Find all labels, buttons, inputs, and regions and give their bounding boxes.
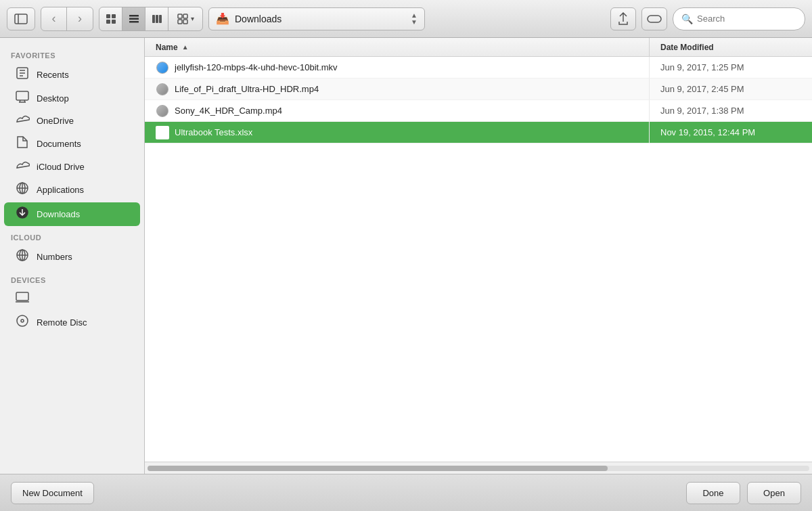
svg-rect-7 bbox=[129, 18, 139, 20]
file-date: Jun 9, 2017, 1:38 PM bbox=[650, 106, 812, 116]
file-type-icon bbox=[156, 83, 168, 95]
numbers-icon bbox=[15, 248, 30, 265]
sidebar-item-label: Applications bbox=[37, 185, 84, 195]
gallery-view-button[interactable]: ▾ bbox=[168, 7, 202, 30]
sidebar: Favorites Recents Desktop bbox=[0, 38, 145, 474]
sidebar-toggle-button[interactable] bbox=[7, 7, 35, 30]
documents-icon bbox=[15, 135, 30, 152]
recents-icon bbox=[15, 66, 30, 83]
column-view-button[interactable] bbox=[145, 7, 168, 30]
favorites-label: Favorites bbox=[0, 45, 144, 62]
applications-icon bbox=[15, 181, 30, 198]
file-name-cell: jellyfish-120-mbps-4k-uhd-hevc-10bit.mkv bbox=[145, 57, 650, 78]
svg-rect-0 bbox=[15, 14, 27, 24]
file-pane: Name ▲ Date Modified jellyfish-120-mbps-… bbox=[145, 38, 812, 474]
path-icon: 📥 bbox=[216, 12, 229, 25]
name-column-header[interactable]: Name ▲ bbox=[145, 38, 650, 56]
sidebar-item-label: iCloud Drive bbox=[37, 162, 85, 172]
sidebar-item-downloads[interactable]: Downloads bbox=[4, 202, 140, 226]
scrollbar-thumb[interactable] bbox=[148, 466, 608, 471]
sidebar-item-label: Remote Disc bbox=[37, 317, 87, 328]
sidebar-item-label: Documents bbox=[37, 139, 81, 149]
icloud-drive-icon bbox=[15, 160, 30, 174]
svg-rect-35 bbox=[16, 292, 28, 301]
tags-button[interactable] bbox=[641, 7, 667, 30]
svg-rect-2 bbox=[106, 14, 110, 18]
svg-rect-21 bbox=[16, 91, 28, 100]
file-name-cell: Life_of_Pi_draft_Ultra-HD_HDR.mp4 bbox=[145, 79, 650, 99]
sidebar-item-applications[interactable]: Applications bbox=[4, 178, 140, 202]
search-icon: 🔍 bbox=[681, 14, 693, 24]
svg-rect-5 bbox=[112, 20, 116, 24]
sidebar-item-laptop[interactable] bbox=[4, 288, 140, 310]
svg-rect-3 bbox=[112, 14, 116, 18]
file-list: jellyfish-120-mbps-4k-uhd-hevc-10bit.mkv… bbox=[145, 57, 812, 462]
sidebar-item-desktop[interactable]: Desktop bbox=[4, 87, 140, 110]
svg-rect-12 bbox=[178, 14, 182, 18]
new-document-button[interactable]: New Document bbox=[11, 482, 94, 504]
sidebar-item-label: Recents bbox=[37, 70, 69, 80]
file-type-icon bbox=[156, 62, 168, 74]
svg-rect-6 bbox=[129, 15, 139, 17]
nav-buttons: ‹ › bbox=[41, 7, 93, 31]
desktop-icon bbox=[15, 91, 30, 106]
sidebar-item-numbers[interactable]: Numbers bbox=[4, 245, 140, 269]
forward-button[interactable]: › bbox=[67, 7, 93, 30]
icon-view-button[interactable] bbox=[99, 7, 122, 30]
table-row[interactable]: Sony_4K_HDR_Camp.mp4 Jun 9, 2017, 1:38 P… bbox=[145, 100, 812, 122]
file-date: Jun 9, 2017, 1:25 PM bbox=[650, 62, 812, 72]
file-date: Jun 9, 2017, 2:45 PM bbox=[650, 84, 812, 94]
file-icon bbox=[156, 83, 169, 96]
table-row[interactable]: X Ultrabook Tests.xlsx Nov 19, 2015, 12:… bbox=[145, 122, 812, 143]
icloud-section-label: iCloud bbox=[0, 227, 144, 244]
table-row[interactable]: jellyfish-120-mbps-4k-uhd-hevc-10bit.mkv… bbox=[145, 57, 812, 79]
sidebar-item-onedrive[interactable]: OneDrive bbox=[4, 110, 140, 131]
date-column-header[interactable]: Date Modified bbox=[650, 38, 812, 56]
done-button[interactable]: Done bbox=[686, 482, 740, 504]
sidebar-item-icloud-drive[interactable]: iCloud Drive bbox=[4, 156, 140, 177]
search-input[interactable] bbox=[697, 14, 796, 24]
svg-rect-9 bbox=[152, 15, 155, 23]
file-date: Nov 19, 2015, 12:44 PM bbox=[650, 127, 812, 137]
toolbar: ‹ › bbox=[0, 0, 812, 38]
open-button[interactable]: Open bbox=[747, 482, 801, 504]
svg-point-37 bbox=[17, 315, 28, 326]
devices-section-label: Devices bbox=[0, 269, 144, 287]
table-row[interactable]: Life_of_Pi_draft_Ultra-HD_HDR.mp4 Jun 9,… bbox=[145, 79, 812, 100]
laptop-icon bbox=[15, 291, 30, 307]
scrollbar-track[interactable] bbox=[148, 466, 809, 471]
file-icon: X bbox=[156, 126, 169, 139]
sort-arrow-icon: ▲ bbox=[182, 43, 189, 51]
sidebar-item-label: Desktop bbox=[37, 93, 69, 104]
sidebar-item-label: Numbers bbox=[37, 252, 72, 262]
file-icon bbox=[156, 61, 169, 74]
file-type-icon bbox=[156, 105, 168, 117]
path-label: Downloads bbox=[235, 14, 405, 24]
svg-rect-15 bbox=[183, 20, 187, 24]
main-area: Favorites Recents Desktop bbox=[0, 38, 812, 474]
sidebar-item-label: Downloads bbox=[37, 209, 80, 219]
file-name: Sony_4K_HDR_Camp.mp4 bbox=[175, 106, 282, 116]
file-name: Ultrabook Tests.xlsx bbox=[175, 127, 252, 137]
remote-disc-icon bbox=[15, 314, 30, 331]
svg-rect-8 bbox=[129, 21, 139, 23]
svg-rect-4 bbox=[106, 20, 110, 24]
back-button[interactable]: ‹ bbox=[41, 7, 67, 30]
sidebar-item-recents[interactable]: Recents bbox=[4, 63, 140, 87]
sidebar-item-documents[interactable]: Documents bbox=[4, 132, 140, 156]
sidebar-item-label: OneDrive bbox=[37, 116, 74, 126]
horizontal-scrollbar[interactable] bbox=[145, 462, 812, 474]
list-view-button[interactable] bbox=[122, 7, 145, 30]
sidebar-item-remote-disc[interactable]: Remote Disc bbox=[4, 311, 140, 334]
svg-rect-11 bbox=[159, 15, 162, 23]
file-list-header: Name ▲ Date Modified bbox=[145, 38, 812, 57]
path-control[interactable]: 📥 Downloads ▲ ▼ bbox=[208, 7, 425, 30]
path-arrows-icon: ▲ ▼ bbox=[411, 12, 418, 26]
svg-rect-14 bbox=[178, 20, 182, 24]
share-button[interactable] bbox=[610, 7, 636, 30]
downloads-icon bbox=[15, 206, 30, 223]
file-icon bbox=[156, 104, 169, 118]
search-box[interactable]: 🔍 bbox=[673, 7, 805, 30]
svg-rect-10 bbox=[156, 15, 158, 23]
file-type-icon: X bbox=[156, 126, 169, 139]
